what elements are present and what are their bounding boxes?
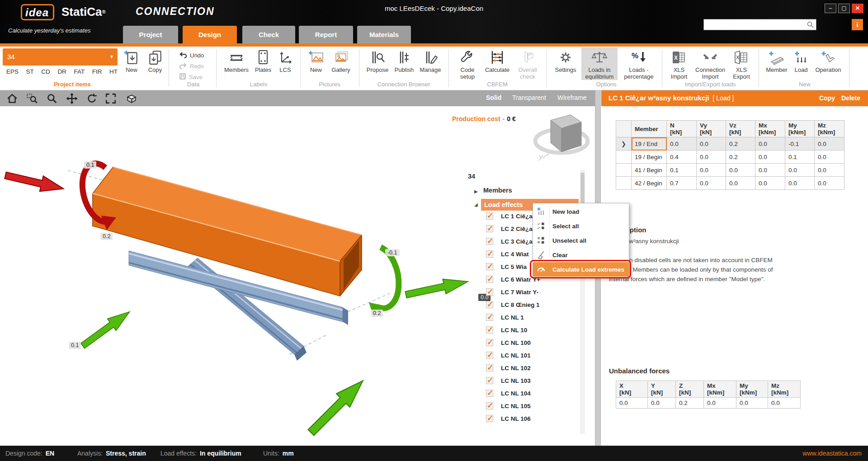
tab-project[interactable]: Project [123, 26, 178, 43]
value-cell[interactable]: 0.0 [697, 137, 726, 151]
load-case-item[interactable]: ✓ LC NL 106 [486, 412, 631, 425]
value-cell[interactable]: -0.1 [785, 137, 815, 151]
new-load-button[interactable]: Load [791, 47, 811, 73]
labels-lcs-button[interactable]: LCS [276, 47, 295, 73]
display-mode-solid[interactable]: Solid [486, 94, 501, 101]
table-row[interactable]: ❯ 19 / End 0.0 0.0 0.2 0.0 -0.1 0.0 [616, 137, 844, 151]
expander-collapsed-icon[interactable]: ▶ [474, 189, 478, 194]
checkbox-checked-icon[interactable]: ✓ [486, 225, 493, 232]
load-case-item[interactable]: ✓ LC 7 Wiatr Y- [486, 286, 631, 298]
checkbox-checked-icon[interactable]: ✓ [486, 364, 493, 372]
home-view-icon[interactable] [6, 93, 18, 104]
menu-item-new-load[interactable]: New load [533, 204, 629, 219]
design-mode[interactable]: CD [41, 68, 50, 75]
zoom-icon[interactable] [46, 93, 58, 104]
value-cell[interactable]: 0.0 [755, 164, 785, 177]
rotate-icon[interactable] [86, 93, 98, 104]
display-mode-wireframe[interactable]: Wireframe [557, 94, 587, 101]
checkbox-checked-icon[interactable]: ✓ [486, 263, 493, 270]
tab-materials[interactable]: Materials [357, 26, 411, 43]
load-case-item[interactable]: ✓ LC NL 103 [486, 374, 631, 387]
navigation-cube[interactable]: y [533, 109, 592, 165]
value-cell[interactable]: 0.0 [697, 151, 726, 164]
connection-import-button[interactable]: Connection Import [693, 47, 728, 80]
menu-item-clear[interactable]: Clear [533, 248, 629, 262]
checkbox-checked-icon[interactable]: ✓ [486, 238, 493, 245]
solid-box-icon[interactable] [126, 93, 137, 104]
table-row[interactable]: 19 / Begin 0.4 0.0 0.2 0.0 0.1 0.0 [616, 151, 844, 164]
menu-item-calculate-load-extremes[interactable]: Calculate Load extremes [533, 262, 629, 277]
propose-button[interactable]: Propose [364, 47, 391, 73]
value-cell[interactable]: 0.0 [785, 164, 815, 177]
tab-report[interactable]: Report [299, 26, 353, 43]
value-cell[interactable]: 0.2 [726, 151, 755, 164]
table-row[interactable]: 42 / Begin 0.7 0.0 0.0 0.0 0.0 0.0 [616, 177, 844, 190]
picture-new-button[interactable]: New [306, 47, 326, 73]
value-cell[interactable]: 0.0 [815, 151, 844, 164]
checkbox-checked-icon[interactable]: ✓ [486, 314, 493, 321]
new-project-item-button[interactable]: New [120, 47, 143, 73]
zoom-window-icon[interactable] [26, 93, 38, 104]
loads-in-equilibrium-toggle[interactable]: Loads in equilibrium [581, 47, 618, 80]
menu-item-unselect-all[interactable]: Unselect all [533, 233, 629, 248]
display-mode-transparent[interactable]: Transparent [512, 94, 546, 101]
publish-button[interactable]: Publish [392, 47, 416, 73]
value-cell[interactable]: 0.0 [755, 177, 785, 190]
value-cell[interactable]: 0.0 [815, 164, 844, 177]
info-button[interactable]: i [852, 19, 863, 30]
close-button[interactable]: ✕ [852, 4, 863, 13]
checkbox-checked-icon[interactable]: ✓ [486, 377, 493, 384]
minimize-button[interactable]: – [825, 4, 836, 13]
design-mode[interactable]: FAT [74, 68, 85, 75]
value-cell[interactable]: 0.1 [785, 151, 815, 164]
copy-project-item-button[interactable]: Copy [144, 47, 166, 73]
table-row[interactable]: 41 / Begin 0.1 0.0 0.0 0.0 0.0 0.0 [616, 164, 844, 177]
menu-item-select-all[interactable]: Select all [533, 219, 629, 233]
member-cell[interactable]: 42 / Begin [632, 177, 667, 190]
website-link[interactable]: www.ideastatica.com [802, 450, 862, 457]
design-mode[interactable]: EPS [6, 68, 19, 75]
labels-members-button[interactable]: Members [222, 47, 250, 73]
tree-root-node[interactable]: 34 [468, 173, 475, 180]
labels-plates-button[interactable]: Plates [252, 47, 274, 73]
checkbox-checked-icon[interactable]: ✓ [486, 301, 493, 308]
member-cell[interactable]: 19 / End [632, 137, 667, 151]
value-cell[interactable]: 0.2 [726, 137, 755, 151]
design-mode[interactable]: DR [57, 68, 66, 75]
checkbox-checked-icon[interactable]: ✓ [486, 250, 493, 258]
expander-expanded-icon[interactable]: ◢ [474, 202, 478, 207]
load-case-item[interactable]: ✓ LC NL 105 [486, 400, 631, 412]
checkbox-checked-icon[interactable]: ✓ [486, 212, 493, 220]
value-cell[interactable]: 0.0 [726, 177, 755, 190]
manage-button[interactable]: Manage [418, 47, 443, 73]
checkbox-checked-icon[interactable]: ✓ [486, 288, 493, 296]
zoom-fit-icon[interactable] [105, 93, 117, 104]
load-case-item[interactable]: ✓ LC NL 101 [486, 349, 631, 362]
checkbox-checked-icon[interactable]: ✓ [486, 390, 493, 397]
checkbox-checked-icon[interactable]: ✓ [486, 415, 493, 422]
value-cell[interactable]: 0.0 [755, 151, 785, 164]
load-case-item[interactable]: ✓ LC NL 102 [486, 362, 631, 374]
value-cell[interactable]: 0.0 [697, 164, 726, 177]
load-case-item[interactable]: ✓ LC NL 1 [486, 311, 631, 324]
member-cell[interactable]: 19 / Begin [632, 151, 667, 164]
design-mode[interactable]: HT [109, 68, 118, 75]
search-input[interactable] [706, 20, 804, 29]
redo-button[interactable]: Redo [179, 61, 204, 71]
xls-export-button[interactable]: X XLS Export [730, 47, 753, 80]
new-operation-button[interactable]: Operation [813, 47, 844, 73]
maximize-button[interactable]: ▢ [838, 4, 850, 13]
design-mode[interactable]: FIR [92, 68, 102, 75]
load-case-item[interactable]: ✓ LC 8 Œnieg 1 [486, 298, 631, 311]
value-cell[interactable]: 0.7 [667, 177, 697, 190]
tree-node-members[interactable]: Members [483, 187, 512, 194]
checkbox-checked-icon[interactable]: ✓ [486, 402, 493, 409]
tab-check[interactable]: Check [242, 26, 295, 43]
save-button[interactable]: Save [179, 72, 203, 82]
project-item-selector[interactable]: 34 ▼ [3, 48, 118, 66]
value-cell[interactable]: 0.0 [785, 177, 815, 190]
load-case-item[interactable]: ✓ LC NL 100 [486, 336, 631, 349]
value-cell[interactable]: 0.0 [755, 137, 785, 151]
value-cell[interactable]: 0.4 [667, 151, 697, 164]
load-case-item[interactable]: ✓ LC NL 104 [486, 387, 631, 400]
